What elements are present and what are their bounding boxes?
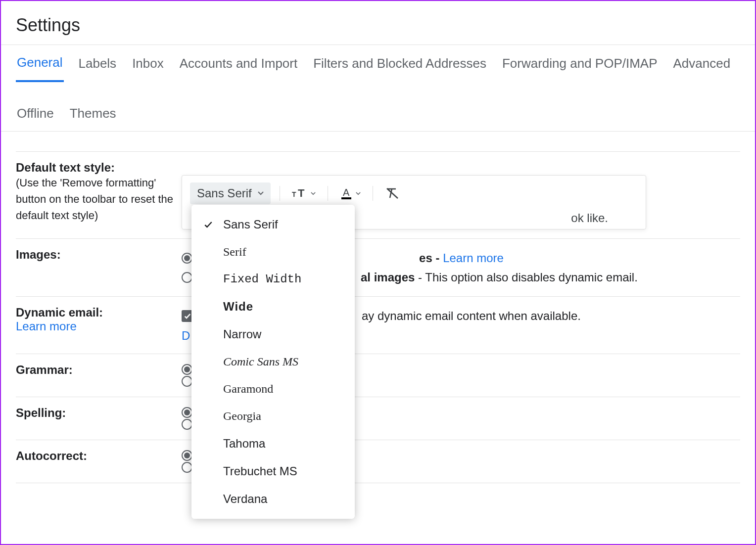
settings-tabs: GeneralLabelsInboxAccounts and ImportFil…: [1, 45, 755, 132]
check-icon: [202, 220, 214, 229]
remove-formatting-button[interactable]: [382, 184, 403, 202]
font-family-button[interactable]: Sans Serif: [190, 182, 271, 204]
svg-text:A: A: [343, 187, 350, 198]
font-option-label: Fixed Width: [223, 272, 301, 286]
radio-grammar-off[interactable]: [182, 376, 192, 387]
toolbar-divider: [328, 186, 328, 201]
font-option-label: Verdana: [223, 492, 267, 506]
autocorrect-label: Autocorrect:: [16, 449, 87, 462]
grammar-label: Grammar:: [16, 363, 73, 376]
caret-down-icon: [356, 192, 361, 195]
images-learn-more-link[interactable]: Learn more: [443, 251, 504, 265]
font-option-label: Garamond: [223, 382, 273, 396]
toolbar-divider: [280, 186, 280, 201]
radio-grammar-on[interactable]: [182, 364, 192, 375]
font-option-label: Georgia: [223, 409, 261, 423]
font-option-label: Tahoma: [223, 437, 265, 451]
setting-autocorrect: Autocorrect:: [16, 440, 740, 483]
default-text-style-label: Default text style:: [16, 161, 182, 175]
dynamic-learn-more-link[interactable]: Learn more: [16, 319, 77, 333]
font-family-dropdown: Sans SerifSerifFixed WidthWideNarrowComi…: [191, 205, 355, 519]
setting-spelling: Spelling:: [16, 397, 740, 440]
setting-images: Images: placeholder es - Learn more al i…: [16, 239, 740, 297]
svg-text:T: T: [292, 190, 296, 198]
page-title: Settings: [16, 15, 740, 36]
svg-line-4: [387, 188, 398, 198]
svg-text:T: T: [298, 187, 305, 199]
tab-offline[interactable]: Offline: [16, 96, 55, 131]
toolbar-divider: [373, 186, 373, 201]
radio-autocorrect-on[interactable]: [182, 450, 192, 461]
font-option-georgia[interactable]: Georgia: [191, 403, 355, 430]
spelling-label: Spelling:: [16, 406, 66, 419]
font-size-button[interactable]: TT: [289, 185, 319, 202]
dynamic-email-label: Dynamic email:: [16, 306, 182, 319]
text-size-icon: TT: [292, 187, 308, 200]
font-option-trebuchet-ms[interactable]: Trebuchet MS: [191, 457, 355, 485]
font-option-verdana[interactable]: Verdana: [191, 485, 355, 513]
font-family-value: Sans Serif: [197, 186, 252, 200]
images-opt1-text: es - Learn more: [419, 249, 504, 267]
radio-images-ask[interactable]: [182, 272, 192, 283]
setting-dynamic-email: Dynamic email: Learn more ay dynamic ema…: [16, 297, 740, 354]
setting-grammar: Grammar:: [16, 354, 740, 397]
font-option-label: Comic Sans MS: [223, 355, 298, 368]
tab-themes[interactable]: Themes: [69, 96, 117, 131]
font-option-sans-serif[interactable]: Sans Serif: [191, 211, 355, 238]
images-opt2-text: al images - This option also disables dy…: [361, 268, 638, 286]
font-option-label: Serif: [223, 245, 246, 259]
text-color-icon: A: [340, 187, 353, 200]
default-text-style-sub: (Use the 'Remove formatting' button on t…: [16, 175, 182, 224]
font-option-label: Sans Serif: [223, 218, 278, 231]
font-option-comic-sans-ms[interactable]: Comic Sans MS: [191, 348, 355, 375]
font-option-serif[interactable]: Serif: [191, 238, 355, 266]
font-option-garamond[interactable]: Garamond: [191, 375, 355, 403]
remove-formatting-icon: [385, 186, 400, 200]
tab-advanced[interactable]: Advanced: [672, 46, 732, 81]
tab-accounts-and-import[interactable]: Accounts and Import: [179, 46, 298, 81]
caret-down-icon: [311, 192, 316, 195]
tab-general[interactable]: General: [16, 45, 64, 82]
svg-rect-3: [341, 197, 351, 199]
font-option-narrow[interactable]: Narrow: [191, 320, 355, 348]
tab-inbox[interactable]: Inbox: [131, 46, 165, 81]
text-color-button[interactable]: A: [337, 185, 364, 202]
font-option-tahoma[interactable]: Tahoma: [191, 430, 355, 457]
caret-down-icon: [258, 191, 264, 195]
font-option-label: Wide: [223, 300, 253, 314]
font-option-fixed-width[interactable]: Fixed Width: [191, 266, 355, 293]
font-option-wide[interactable]: Wide: [191, 293, 355, 320]
radio-autocorrect-off[interactable]: [182, 462, 192, 473]
tab-forwarding-and-pop-imap[interactable]: Forwarding and POP/IMAP: [501, 46, 659, 81]
dynamic-d-link[interactable]: D: [182, 329, 190, 342]
font-option-label: Narrow: [223, 327, 261, 341]
images-label: Images:: [16, 248, 61, 261]
radio-images-always[interactable]: [182, 253, 192, 264]
tab-filters-and-blocked-addresses[interactable]: Filters and Blocked Addresses: [312, 46, 487, 81]
radio-spelling-on[interactable]: [182, 407, 192, 418]
settings-header: Settings: [1, 1, 755, 45]
font-option-label: Trebuchet MS: [223, 464, 297, 478]
radio-spelling-off[interactable]: [182, 419, 192, 430]
tab-labels[interactable]: Labels: [78, 46, 118, 81]
dynamic-text: ay dynamic email content when available.: [362, 307, 581, 325]
